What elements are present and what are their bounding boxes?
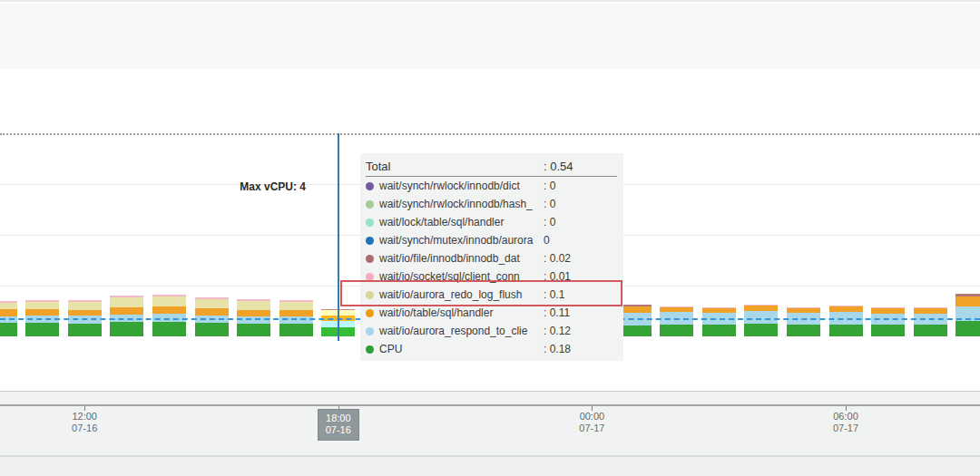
redo-log-flush-highlight-box: [340, 280, 622, 306]
wait-event-value: : 0: [544, 216, 555, 228]
wait-event-label: wait/io/aurora_respond_to_clie: [379, 325, 544, 337]
legend-color-dot: [366, 327, 374, 335]
bar-segment-redo: [237, 301, 270, 310]
chart-bar[interactable]: [110, 296, 143, 336]
bar-segment-table: [956, 296, 980, 306]
wait-event-label: wait/synch/rwlock/innodb/dict: [379, 180, 544, 192]
db-load-chart: Max vCPU: 4 12:0007-1618:0007-1600:0007-…: [0, 69, 980, 392]
bar-segment-cpu: [152, 322, 186, 336]
legend-color-dot: [366, 200, 374, 209]
bar-segment-cpu: [744, 324, 778, 336]
tooltip-row: wait/synch/mutex/innodb/aurora0: [366, 231, 617, 249]
bar-segment-redo: [195, 299, 229, 308]
tooltip-total-row: Total : 0.54: [366, 157, 617, 177]
bar-segment-table: [25, 309, 59, 316]
bar-segment-cpu: [110, 322, 143, 336]
tooltip-row: wait/synch/rwlock/innodb/hash_: 0: [366, 195, 617, 213]
legend-color-dot: [366, 219, 374, 227]
legend-color-dot: [366, 345, 374, 354]
wait-event-label: wait/synch/rwlock/innodb/hash_: [379, 198, 544, 210]
max-vcpu-line: [0, 133, 980, 135]
tooltip-rows: wait/synch/rwlock/innodb/dict: 0wait/syn…: [366, 177, 617, 358]
wait-event-label: wait/io/file/innodb/innodb_dat: [379, 252, 544, 265]
performance-insights-screen: Max vCPU: 4 12:0007-1618:0007-1600:0007-…: [0, 0, 980, 476]
bar-segment-cpu: [871, 325, 905, 336]
bar-segment-cpu: [702, 325, 736, 336]
wait-event-label: wait/io/table/sql/handler: [379, 306, 544, 319]
tooltip-row: CPU: 0.18: [366, 340, 617, 358]
header-band: [0, 4, 980, 69]
tooltip-row: wait/io/file/innodb/innodb_dat: 0.02: [366, 249, 617, 267]
bar-segment-cpu: [279, 324, 313, 336]
bar-segment-table: [195, 308, 229, 316]
chart-bar[interactable]: [744, 305, 778, 336]
wait-event-value: : 0: [544, 180, 555, 192]
bar-segment-table: [279, 310, 313, 316]
bar-segment-cpu: [195, 323, 229, 336]
bar-segment-cpu: [829, 325, 863, 336]
bar-segment-cpu: [914, 325, 947, 336]
lower-panel-footer: [0, 457, 980, 476]
bar-segment-cpu: [68, 324, 102, 336]
wait-event-value: : 0: [544, 198, 555, 210]
selection-line: [338, 133, 339, 341]
bar-segment-redo: [110, 297, 143, 307]
max-vcpu-label: Max vCPU: 4: [219, 180, 306, 193]
chart-bar[interactable]: [660, 306, 693, 336]
tooltip: Total : 0.54 wait/synch/rwlock/innodb/di…: [360, 153, 623, 361]
bar-segment-cpu: [787, 325, 820, 336]
x-axis-line: [0, 404, 980, 406]
tooltip-row: wait/io/aurora_respond_to_clie: 0.12: [366, 322, 617, 340]
chart-bar[interactable]: [702, 307, 736, 336]
bar-segment-table: [110, 307, 143, 315]
time-tick-label: 06:0007-17: [817, 411, 875, 434]
bar-segment-redo: [68, 302, 102, 310]
bar-segment-cpu: [660, 325, 693, 336]
chart-bar[interactable]: [914, 307, 947, 336]
bar-segment-redo: [279, 302, 313, 310]
chart-bar[interactable]: [152, 295, 186, 336]
chart-bar[interactable]: [787, 307, 820, 336]
wait-event-label: wait/synch/mutex/innodb/aurora: [379, 234, 544, 247]
tooltip-row: wait/lock/table/sql/handler: 0: [366, 213, 617, 231]
legend-color-dot: [366, 237, 374, 245]
tooltip-row: wait/io/table/sql/handler: 0.11: [366, 304, 617, 322]
bar-segment-redo: [0, 303, 17, 310]
tooltip-total-value: : 0.54: [544, 160, 573, 173]
chart-bar[interactable]: [195, 297, 229, 336]
bar-segment-table: [0, 309, 17, 316]
chart-bar[interactable]: [871, 307, 905, 336]
bar-segment-redo: [152, 296, 186, 306]
tooltip-row: wait/synch/rwlock/innodb/dict: 0: [366, 177, 617, 195]
bar-segment-cpu: [237, 324, 270, 336]
time-tick-label: 12:0007-16: [55, 411, 113, 434]
legend-color-dot: [366, 182, 374, 190]
bar-segment-cpu: [25, 323, 59, 336]
tooltip-total-label: Total: [366, 160, 544, 173]
bar-segment-redo: [25, 302, 59, 309]
bar-segment-cpu: [956, 321, 980, 336]
chart-bar[interactable]: [829, 306, 863, 336]
legend-color-dot: [366, 255, 374, 263]
chart-bar[interactable]: [956, 294, 980, 336]
wait-event-value: : 0.12: [544, 325, 571, 337]
wait-event-label: CPU: [379, 343, 544, 355]
wait-event-value: 0: [544, 234, 550, 247]
wait-event-value: : 0.18: [544, 343, 571, 355]
selected-time-label: 18:0007-16: [318, 409, 359, 441]
wait-event-label: wait/lock/table/sql/handler: [379, 216, 544, 228]
bar-segment-table: [237, 310, 270, 316]
time-tick-label: 00:0007-17: [563, 411, 621, 434]
wait-event-value: : 0.02: [544, 252, 571, 265]
wait-event-value: : 0.11: [544, 306, 570, 319]
legend-color-dot: [366, 309, 374, 317]
bar-segment-table: [152, 306, 186, 314]
bar-segment-cpu: [0, 323, 17, 336]
